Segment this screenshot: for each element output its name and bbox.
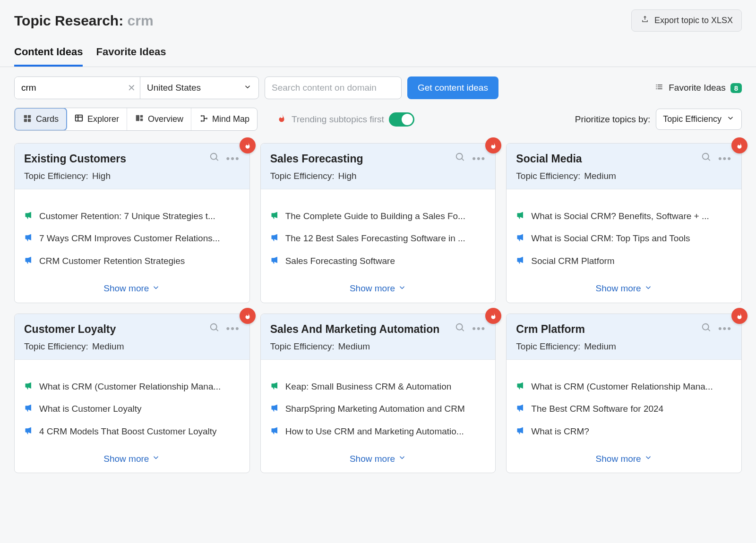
chevron-down-icon [644,453,653,464]
view-overview[interactable]: Overview [127,108,191,130]
search-icon[interactable] [209,322,220,335]
bullhorn-icon [516,211,525,224]
idea-row[interactable]: Social CRM Platform [516,255,732,269]
idea-text: What is CRM? [531,425,732,438]
idea-text: What is Social CRM? Benefits, Software +… [531,210,732,223]
idea-text: What is CRM (Customer Relationship Mana.… [531,381,732,393]
bullhorn-icon [270,382,280,395]
chevron-down-icon [398,283,406,294]
card-title: Crm Platform [516,322,696,337]
more-menu-icon[interactable]: ••• [226,153,240,164]
idea-row[interactable]: The 12 Best Sales Forecasting Software i… [270,232,486,246]
show-more-link[interactable]: Show more [15,448,249,473]
card-actions: ••• [701,322,732,335]
search-icon[interactable] [209,152,220,165]
idea-row[interactable]: CRM Customer Retention Strategies [24,255,240,269]
more-menu-icon[interactable]: ••• [472,323,486,334]
topic-card: Crm Platform•••Topic Efficiency:MediumWh… [506,314,742,474]
title-prefix: Topic Research: [14,13,128,28]
idea-row[interactable]: Keap: Small Business CRM & Automation [270,381,486,395]
idea-row[interactable]: What is CRM (Customer Relationship Mana.… [516,381,732,395]
get-content-ideas-button[interactable]: Get content ideas [407,76,498,99]
trending-flame-badge [240,308,256,324]
idea-row[interactable]: Sales Forecasting Software [270,255,486,269]
card-body: Customer Retention: 7 Unique Strategies … [15,189,249,278]
card-header: Sales And Marketing Automation•••Topic E… [261,314,496,360]
card-title: Customer Loyalty [24,322,205,337]
more-menu-icon[interactable]: ••• [718,153,732,164]
cards-icon [23,113,32,125]
bullhorn-icon [24,426,34,440]
idea-row[interactable]: What is Social CRM? Benefits, Software +… [516,210,732,224]
more-menu-icon[interactable]: ••• [226,323,240,334]
chevron-down-icon [398,453,406,464]
search-icon[interactable] [701,322,712,335]
bullhorn-icon [270,404,280,417]
efficiency-value: Medium [584,341,616,352]
view-explorer[interactable]: Explorer [67,108,127,130]
favorite-ideas-link[interactable]: Favorite Ideas 8 [654,82,742,94]
cards-grid: Existing Customers•••Topic Efficiency:Hi… [0,141,756,487]
search-icon[interactable] [455,152,465,165]
view-explorer-label: Explorer [87,114,119,124]
bullhorn-icon [270,211,280,224]
tab-favorite-ideas[interactable]: Favorite Ideas [96,46,166,67]
show-more-link[interactable]: Show more [507,448,741,473]
country-select[interactable]: United States [140,77,258,99]
idea-row[interactable]: 4 CRM Models That Boost Customer Loyalty [24,425,240,440]
show-more-link[interactable]: Show more [261,278,496,303]
domain-search-input[interactable] [265,76,402,99]
more-menu-icon[interactable]: ••• [718,323,732,334]
show-more-link[interactable]: Show more [507,278,741,303]
view-mindmap-label: Mind Map [212,114,249,124]
view-cards[interactable]: Cards [14,108,67,131]
search-icon[interactable] [455,322,465,335]
idea-row[interactable]: The Complete Guide to Building a Sales F… [270,210,486,224]
bullhorn-icon [516,256,525,269]
idea-text: SharpSpring Marketing Automation and CRM [285,403,486,416]
bullhorn-icon [516,426,525,440]
prioritize-select[interactable]: Topic Efficiency [656,109,742,130]
page-title: Topic Research: crm [14,13,154,29]
idea-text: The Best CRM Software for 2024 [531,403,732,416]
bullhorn-icon [24,256,34,269]
export-button[interactable]: Export topic to XLSX [631,9,742,32]
favorite-count-badge: 8 [730,83,742,93]
efficiency-label: Topic Efficiency: [24,171,88,181]
card-body: What is CRM (Customer Relationship Mana.… [507,360,741,448]
bullhorn-icon [516,404,525,417]
idea-row[interactable]: How to Use CRM and Marketing Automatio..… [270,425,486,440]
trending-label: Trending subtopics first [292,114,384,125]
title-query: crm [128,13,154,28]
clear-search-icon[interactable]: ✕ [123,77,140,99]
topic-card: Sales And Marketing Automation•••Topic E… [260,314,496,474]
idea-row[interactable]: SharpSpring Marketing Automation and CRM [270,403,486,417]
trending-switch[interactable] [389,112,414,127]
topic-card: Sales Forecasting•••Topic Efficiency:Hig… [260,143,496,303]
idea-text: Customer Retention: 7 Unique Strategies … [39,210,240,223]
trending-flame-badge [485,308,501,324]
idea-row[interactable]: What is Social CRM: Top Tips and Tools [516,232,732,246]
chevron-down-icon [644,283,653,294]
trending-flame-badge [731,137,747,153]
search-input[interactable] [15,77,123,99]
show-more-link[interactable]: Show more [261,448,496,473]
idea-row[interactable]: 7 Ways CRM Improves Customer Relations..… [24,232,240,246]
list-icon [654,82,664,94]
idea-row[interactable]: What is CRM (Customer Relationship Mana.… [24,381,240,395]
idea-row[interactable]: What is Customer Loyalty [24,403,240,417]
idea-row[interactable]: Customer Retention: 7 Unique Strategies … [24,210,240,224]
idea-row[interactable]: The Best CRM Software for 2024 [516,403,732,417]
card-actions: ••• [209,152,240,165]
card-body: Keap: Small Business CRM & AutomationSha… [261,360,496,448]
view-mindmap[interactable]: Mind Map [191,108,257,130]
search-icon[interactable] [701,152,712,165]
bullhorn-icon [270,256,280,269]
card-header: Social Media•••Topic Efficiency:Medium [507,144,741,189]
show-more-label: Show more [596,454,641,464]
more-menu-icon[interactable]: ••• [472,153,486,164]
card-actions: ••• [209,322,240,335]
tab-content-ideas[interactable]: Content Ideas [14,46,83,67]
idea-row[interactable]: What is CRM? [516,425,732,440]
show-more-link[interactable]: Show more [15,278,249,303]
